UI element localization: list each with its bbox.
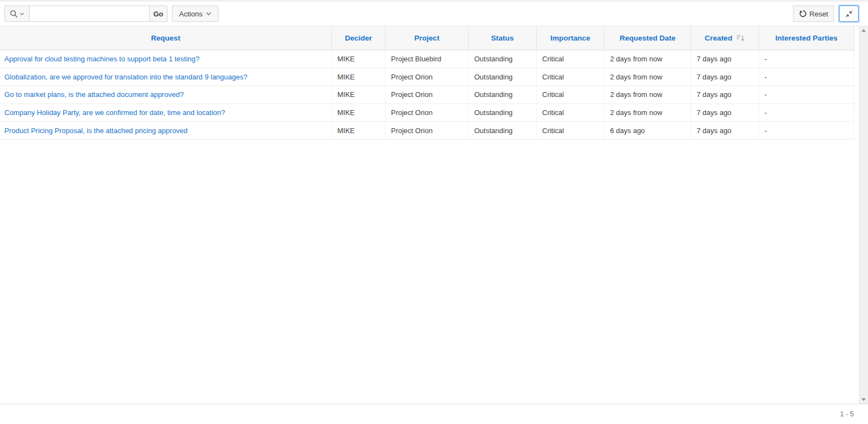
cell-importance: Critical bbox=[537, 68, 605, 86]
table-row: Go to market plans, is the attached docu… bbox=[0, 86, 854, 104]
chevron-down-icon bbox=[206, 12, 211, 15]
cell-decider: MIKE bbox=[332, 86, 386, 104]
vertical-scrollbar[interactable] bbox=[859, 26, 868, 404]
cell-request: Company Holiday Party, are we confirmed … bbox=[0, 104, 332, 122]
cell-interested-parties: - bbox=[759, 50, 854, 68]
cell-importance: Critical bbox=[537, 122, 605, 139]
cell-created: 7 days ago bbox=[691, 104, 759, 122]
cell-decider: MIKE bbox=[332, 68, 386, 86]
collapse-region-button[interactable] bbox=[839, 5, 859, 22]
report-table: RequestDeciderProjectStatusImportanceReq… bbox=[0, 26, 854, 140]
table-body: Approval for cloud testing machines to s… bbox=[0, 50, 854, 140]
reset-button[interactable]: Reset bbox=[793, 5, 834, 22]
table-header: RequestDeciderProjectStatusImportanceReq… bbox=[0, 26, 854, 50]
cell-importance: Critical bbox=[537, 104, 605, 122]
cell-status: Outstanding bbox=[469, 104, 537, 122]
scroll-down-arrow-icon[interactable] bbox=[861, 398, 866, 401]
pagination-range: 1 - 5 bbox=[840, 410, 854, 418]
cell-importance: Critical bbox=[537, 50, 605, 68]
column-header-importance[interactable]: Importance bbox=[537, 26, 605, 50]
column-header-label: Status bbox=[491, 34, 514, 42]
request-link[interactable]: Approval for cloud testing machines to s… bbox=[4, 55, 199, 63]
cell-created: 7 days ago bbox=[691, 86, 759, 104]
cell-interested-parties: - bbox=[759, 68, 854, 86]
cell-status: Outstanding bbox=[469, 50, 537, 68]
cell-project: Project Orion bbox=[386, 68, 469, 86]
request-link[interactable]: Company Holiday Party, are we confirmed … bbox=[4, 108, 225, 117]
cell-request: Globalization, are we approved for trans… bbox=[0, 68, 332, 86]
cell-project: Project Orion bbox=[386, 104, 469, 122]
cell-decider: MIKE bbox=[332, 50, 386, 68]
cell-decider: MIKE bbox=[332, 122, 386, 139]
column-header-label: Interested Parties bbox=[775, 34, 837, 42]
cell-importance: Critical bbox=[537, 86, 605, 104]
cell-requested-date: 2 days from now bbox=[605, 104, 691, 122]
search-toolbar: Go Actions Reset bbox=[0, 0, 868, 26]
cell-requested-date: 2 days from now bbox=[605, 50, 691, 68]
table-row: Globalization, are we approved for trans… bbox=[0, 68, 854, 87]
collapse-icon bbox=[845, 10, 853, 18]
column-header-label: Project bbox=[415, 34, 440, 42]
cell-status: Outstanding bbox=[469, 122, 537, 139]
search-options-button[interactable] bbox=[4, 5, 30, 22]
cell-status: Outstanding bbox=[469, 68, 537, 86]
request-link[interactable]: Go to market plans, is the attached docu… bbox=[4, 90, 183, 99]
cell-decider: MIKE bbox=[332, 104, 386, 122]
report-region: RequestDeciderProjectStatusImportanceReq… bbox=[0, 26, 868, 404]
column-header-project[interactable]: Project bbox=[386, 26, 469, 50]
reset-icon bbox=[799, 10, 807, 18]
cell-project: Project Orion bbox=[386, 86, 469, 104]
interactive-report: Go Actions Reset RequestDeciderProjectSt… bbox=[0, 0, 868, 424]
sort-descending-icon bbox=[736, 35, 745, 42]
column-header-request[interactable]: Request bbox=[0, 26, 332, 50]
go-button[interactable]: Go bbox=[149, 5, 168, 22]
table-row: Company Holiday Party, are we confirmed … bbox=[0, 104, 854, 122]
column-header-status[interactable]: Status bbox=[469, 26, 537, 50]
cell-requested-date: 6 days ago bbox=[605, 122, 691, 139]
column-header-requested-date[interactable]: Requested Date bbox=[605, 26, 691, 50]
cell-created: 7 days ago bbox=[691, 68, 759, 86]
column-header-label: Request bbox=[151, 34, 180, 42]
cell-interested-parties: - bbox=[759, 86, 854, 104]
column-header-interested-parties[interactable]: Interested Parties bbox=[759, 26, 854, 50]
cell-created: 7 days ago bbox=[691, 122, 759, 139]
table-row: Approval for cloud testing machines to s… bbox=[0, 50, 854, 68]
cell-request: Go to market plans, is the attached docu… bbox=[0, 86, 332, 104]
cell-requested-date: 2 days from now bbox=[605, 68, 691, 86]
chevron-down-icon bbox=[20, 13, 24, 15]
cell-interested-parties: - bbox=[759, 104, 854, 122]
cell-project: Project Orion bbox=[386, 122, 469, 139]
report-footer: 1 - 5 bbox=[0, 404, 868, 424]
column-header-decider[interactable]: Decider bbox=[332, 26, 386, 50]
scroll-up-arrow-icon[interactable] bbox=[861, 29, 866, 32]
search-icon bbox=[10, 10, 18, 18]
cell-request: Product Pricing Proposal, is the attache… bbox=[0, 122, 332, 139]
cell-interested-parties: - bbox=[759, 122, 854, 139]
request-link[interactable]: Product Pricing Proposal, is the attache… bbox=[4, 127, 188, 135]
cell-requested-date: 2 days from now bbox=[605, 86, 691, 104]
column-header-label: Importance bbox=[550, 34, 590, 42]
table-row: Product Pricing Proposal, is the attache… bbox=[0, 122, 854, 140]
cell-request: Approval for cloud testing machines to s… bbox=[0, 50, 332, 68]
column-header-created[interactable]: Created bbox=[691, 26, 759, 50]
column-header-label: Requested Date bbox=[619, 34, 675, 42]
column-header-label: Decider bbox=[345, 34, 372, 42]
actions-label: Actions bbox=[179, 10, 203, 18]
search-input[interactable] bbox=[29, 5, 150, 22]
cell-status: Outstanding bbox=[469, 86, 537, 104]
column-header-label: Created bbox=[705, 34, 732, 42]
cell-created: 7 days ago bbox=[691, 50, 759, 68]
request-link[interactable]: Globalization, are we approved for trans… bbox=[4, 73, 248, 81]
cell-project: Project Bluebird bbox=[386, 50, 469, 68]
actions-menu-button[interactable]: Actions bbox=[172, 5, 219, 22]
reset-label: Reset bbox=[809, 10, 828, 18]
